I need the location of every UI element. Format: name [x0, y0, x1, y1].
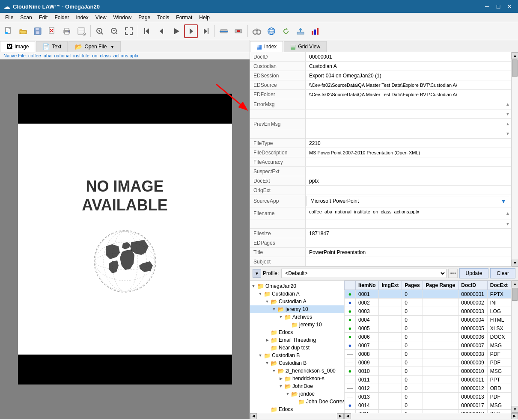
near-dup-expander[interactable]: [264, 344, 271, 351]
tree-item-jeremy10[interactable]: ▼ 📂 jeremy 10: [250, 305, 344, 313]
field-value-suspectedext[interactable]: [306, 167, 511, 176]
zoom-out-button[interactable]: [107, 24, 121, 38]
menu-scan[interactable]: Scan: [17, 14, 35, 21]
vscroll-up-btn[interactable]: ▲: [512, 52, 518, 59]
tab-image[interactable]: 🖼 Image: [0, 41, 35, 52]
web-button[interactable]: [265, 24, 278, 38]
profile-dropdown-button[interactable]: ▼: [253, 269, 261, 278]
edocs-b-expander[interactable]: [264, 406, 271, 413]
index-vscrollbar[interactable]: ▲ ▼: [511, 52, 518, 266]
table-row[interactable]: ● 0015 0 00000018 XLS: [345, 410, 511, 413]
errormsg-scroll-up[interactable]: ▲: [504, 99, 511, 109]
maximize-button[interactable]: □: [493, 2, 503, 11]
table-row[interactable]: ● 0005 0 00000005 XLSX: [345, 324, 511, 333]
menu-index[interactable]: Index: [72, 14, 92, 21]
tree-item-root[interactable]: ▼ 📁 OmegaJan20: [250, 282, 344, 290]
save-button[interactable]: [31, 24, 45, 38]
menu-view[interactable]: View: [92, 14, 110, 21]
menu-page[interactable]: Page: [135, 14, 154, 21]
field-value-custodian[interactable]: Custodian A: [306, 62, 511, 71]
table-row[interactable]: ● 0014 0 00000017 MSG: [345, 401, 511, 410]
menu-dots-button[interactable]: ⋯: [448, 269, 458, 278]
field-value-edfolder[interactable]: \\Cev-fs02\SourceData\QA Master Test Dat…: [306, 90, 511, 99]
field-value-origext[interactable]: [306, 186, 511, 195]
email-threading-expander[interactable]: ▶: [264, 337, 271, 343]
tab-index[interactable]: ▦ Index: [250, 41, 283, 52]
play-next-button[interactable]: [184, 24, 198, 38]
binoculars-button[interactable]: [250, 24, 264, 38]
tree-item-custodian-a-child[interactable]: ▼ 📂 Custodian A: [250, 298, 344, 305]
col-header-docid[interactable]: DocID: [458, 281, 487, 290]
delete-button[interactable]: [45, 24, 59, 38]
tree-item-edocs[interactable]: 📁 Edocs: [250, 328, 344, 336]
field-value-docext[interactable]: pptx: [306, 176, 511, 185]
tree-item-edocs-b[interactable]: 📁 Edocs: [250, 405, 344, 413]
tree-hscroll-right[interactable]: ▶: [337, 413, 344, 419]
vscroll-down-btn[interactable]: ▼: [512, 260, 518, 266]
tree-item-custodian-b-child[interactable]: ▼ 📂 Custodian B: [250, 359, 344, 367]
field-value-errormsg[interactable]: [306, 99, 504, 109]
menu-edit[interactable]: Edit: [36, 14, 51, 21]
chart-button[interactable]: [308, 24, 322, 38]
edocs-expander[interactable]: [264, 329, 271, 336]
menu-help[interactable]: Help: [196, 14, 213, 21]
scan-stop-button[interactable]: [232, 24, 245, 38]
custodian-a-child-expander[interactable]: ▼: [264, 298, 271, 305]
menu-file[interactable]: File: [2, 14, 17, 21]
new-doc-button[interactable]: +: [2, 24, 15, 38]
zoom-in-button[interactable]: [93, 24, 107, 38]
menu-format[interactable]: Format: [173, 14, 196, 21]
preverrmsg-scroll-down[interactable]: ▼: [504, 129, 511, 138]
errormsg-scroll-down[interactable]: ▼: [504, 109, 511, 118]
field-value-title[interactable]: PowerPoint Presentation: [306, 248, 511, 257]
zl-hendrickson-expander[interactable]: ▼: [271, 367, 277, 374]
tree-item-johndoe[interactable]: ▼ 📂 JohnDoe: [250, 382, 344, 390]
table-row[interactable]: — 0013 0 00000013 PDF: [345, 393, 511, 401]
tree-item-jondoe[interactable]: ▼ 📂 jondoe: [250, 390, 344, 398]
field-value-filedescription[interactable]: MS PowerPoint 2007-2010 Presentation (Op…: [306, 148, 511, 157]
grid-vscroll-down-btn[interactable]: ▼: [512, 406, 518, 413]
tree-item-near-dup[interactable]: 📁 Near dup test: [250, 344, 344, 352]
custodian-b-parent-expander[interactable]: ▼: [257, 352, 264, 359]
next-arrow-button[interactable]: [199, 24, 212, 38]
jondoe-expander[interactable]: ▼: [284, 390, 291, 397]
tab-open-file[interactable]: 📂 Open File ▼: [68, 41, 121, 52]
jeremy10-expander[interactable]: ▼: [271, 306, 277, 313]
open-folder-button[interactable]: [16, 24, 30, 38]
john-doe-corresp-expander[interactable]: [291, 398, 298, 405]
grid-hscroll-right[interactable]: ▶: [511, 413, 518, 419]
tree-item-jeremy10-sub[interactable]: 📁 jeremy 10: [250, 321, 344, 328]
table-row[interactable]: — 0011 0 00000011 PPT: [345, 376, 511, 384]
field-value-edpages[interactable]: [306, 238, 511, 247]
col-header-docext[interactable]: DocExt: [487, 281, 511, 290]
archives-expander[interactable]: ▼: [277, 314, 284, 320]
field-value-subject[interactable]: [306, 257, 511, 266]
refresh-button[interactable]: [279, 24, 293, 38]
tree-hscroll-left[interactable]: ◀: [250, 413, 257, 419]
menu-window[interactable]: Window: [110, 14, 135, 21]
table-row[interactable]: ● 0006 0 00000006 DOCX: [345, 333, 511, 341]
field-value-edsession[interactable]: Export-004 on OmegaJan20 (1): [306, 71, 511, 80]
johndoe-expander[interactable]: ▼: [277, 383, 284, 390]
table-row[interactable]: — 0009 0 00000009 PDF: [345, 358, 511, 367]
tree-item-email-threading[interactable]: ▶ 📁 Email Threading: [250, 336, 344, 344]
menu-folder[interactable]: Folder: [51, 14, 72, 21]
vscroll-thumb[interactable]: [512, 59, 518, 77]
root-expander[interactable]: ▼: [250, 283, 257, 290]
prev-arrow-button[interactable]: [140, 24, 154, 38]
play-button[interactable]: [170, 24, 183, 38]
tab-text[interactable]: 📄 Text: [36, 41, 68, 52]
hendrickson-s-expander[interactable]: ▶: [277, 375, 284, 382]
col-header-pagerange[interactable]: Page Range: [423, 281, 458, 290]
profile-select[interactable]: <Default>: [281, 269, 446, 278]
table-row[interactable]: ● 0007 0 00000007 MSG: [345, 341, 511, 350]
filename-scroll-up[interactable]: ▲: [504, 207, 511, 219]
menu-tools[interactable]: Tools: [154, 14, 173, 21]
custodian-b-child-expander[interactable]: ▼: [264, 360, 271, 367]
play-prev-button[interactable]: [155, 24, 169, 38]
field-value-fileaccuracy[interactable]: [306, 157, 511, 166]
field-value-edsource[interactable]: \\Cev-fs02\SourceData\QA Master Test Dat…: [306, 80, 511, 89]
jeremy10-sub-expander[interactable]: [284, 321, 291, 328]
col-header-itemno[interactable]: ItemNo: [356, 281, 379, 290]
field-value-filename[interactable]: coffee_aba_national_institute_on_class_a…: [306, 207, 504, 219]
